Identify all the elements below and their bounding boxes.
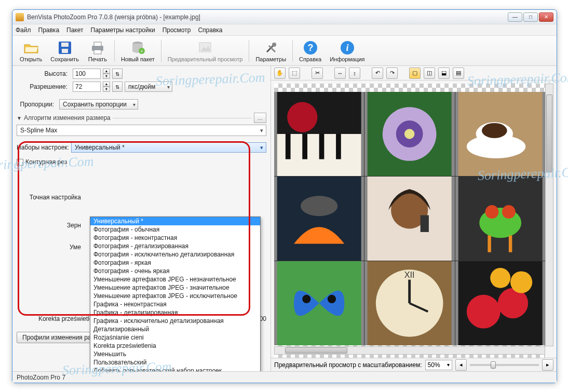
database-icon: + [129,39,146,56]
info-icon: i [339,39,356,56]
svg-point-54 [490,268,510,288]
svg-point-32 [301,196,337,216]
res-link-button[interactable]: ⇅ [112,82,123,92]
svg-point-30 [482,123,507,138]
scrollbar-horizontal[interactable] [274,346,545,355]
svg-point-11 [272,43,276,47]
height-down-button[interactable]: ▼ [103,74,110,79]
zoom-combo[interactable]: 50% [425,360,452,370]
rotate-ccw-button[interactable]: ↶ [372,67,383,79]
folder-open-icon [23,39,39,56]
pan-tool-button[interactable]: ✋ [274,67,286,79]
preset-option[interactable]: Пользовательский [90,358,260,367]
checkerboard-top [274,84,545,92]
preset-option[interactable]: Rozjaśnianie cieni [90,333,260,342]
algo-more-button[interactable]: … [254,113,266,123]
preview-toolbar: ✋ ⬚ ✂ ↔ ↕ ↶ ↷ ▢ ◫ ⬓ ▤ [271,66,557,80]
menu-edit[interactable]: Правка [38,26,60,34]
open-button[interactable]: Открыть [16,37,46,65]
height-up-button[interactable]: ▲ [103,69,110,74]
preset-option[interactable]: Фотография - яркая [90,259,260,267]
preset-option[interactable]: Уменьшение артефактов JPEG - незначитель… [90,275,260,283]
preset-option[interactable]: Графика - неконтрастная [90,300,260,308]
menu-view[interactable]: Просмотр [163,26,191,34]
svg-rect-2 [62,49,68,53]
right-panel: ✋ ⬚ ✂ ↔ ↕ ↶ ↷ ▢ ◫ ⬓ ▤ [271,66,557,371]
height-link-button[interactable]: ⇅ [112,69,123,79]
menubar: Файл Правка Пакет Параметры настройки Пр… [12,24,557,36]
preset-option[interactable]: Korekta prześwietlenia [90,342,260,350]
height-input[interactable]: 100 [73,69,101,79]
minimize-button[interactable]: — [508,12,522,22]
floppy-icon [57,39,73,56]
zoom-bar: Предварительный просмотр с масштабирован… [271,358,557,371]
flip-v-button[interactable]: ↕ [349,67,360,79]
crop-tool-button[interactable]: ✂ [312,67,323,79]
marquee-tool-button[interactable]: ⬚ [289,67,300,79]
layout-split-h-button[interactable]: ◫ [424,67,435,79]
close-button[interactable]: ✕ [539,12,553,22]
svg-rect-21 [336,134,341,159]
layout-split-v-button[interactable]: ⬓ [438,67,450,79]
preset-option[interactable]: Графика - детализированная [90,308,260,317]
svg-rect-31 [277,177,361,261]
reduce-label: Уме [17,244,84,251]
help-button[interactable]: ? Справка [295,37,326,65]
menu-batch[interactable]: Пакет [66,26,83,34]
svg-text:XII: XII [404,270,415,279]
preview-area[interactable]: XII [271,80,557,358]
res-down-button[interactable]: ▼ [103,87,110,92]
info-button[interactable]: i Информация [326,37,369,65]
maximize-button[interactable]: □ [523,12,538,22]
svg-point-43 [302,295,310,303]
res-unit-combo[interactable]: пкс/дюйм [125,82,172,92]
svg-rect-4 [94,42,101,46]
res-up-button[interactable]: ▲ [103,82,110,87]
preset-option[interactable]: Добавить пользовательский набор настроек… [90,367,260,371]
preset-option[interactable]: Уменьшить [90,350,260,358]
params-button[interactable]: Параметры [251,37,290,65]
layout-single-button[interactable]: ▢ [409,67,421,79]
printer-icon [89,39,106,56]
print-button[interactable]: Печать [83,37,112,65]
preset-option[interactable]: Фотография - детализированная [90,242,260,250]
zoom-slider[interactable] [470,364,539,366]
save-button[interactable]: Сохранить [46,37,83,65]
preset-option[interactable]: Детализированный [90,325,260,333]
layout-grid-button[interactable]: ▤ [453,67,464,79]
preset-option[interactable]: Фотография - очень яркая [90,267,260,275]
flip-h-button[interactable]: ↔ [334,67,346,79]
svg-rect-1 [61,43,69,47]
algo-combo[interactable]: S-Spline Max [17,125,266,136]
grain-label: Зерн [17,222,84,229]
algo-section-header[interactable]: ▼ Алгоритм изменения размера … [17,113,266,123]
contour-checkbox[interactable] [17,159,23,166]
prop-combo[interactable]: Сохранить пропорции [59,99,138,110]
chevron-down-icon: ▼ [17,115,22,121]
svg-point-38 [485,205,498,219]
res-input[interactable]: 72 [73,82,101,92]
height-label: Высота: [17,70,71,77]
menu-help[interactable]: Справка [198,26,222,34]
preset-option[interactable]: Уменьшение артефактов JPEG - значительно… [90,283,260,292]
preset-option[interactable]: Уменьшение артефактов JPEG - исключитель… [90,292,260,300]
preset-option[interactable]: Фотография - исключительно детализирован… [90,250,260,259]
window-title: BenVista PhotoZoom Pro 7.0.8 (wersja pró… [27,13,200,21]
menu-file[interactable]: Файл [16,26,31,34]
preset-option[interactable]: Фотография - обычная [90,225,260,234]
menu-settings[interactable]: Параметры настройки [91,26,155,34]
svg-rect-18 [286,134,291,159]
scrollbar-vertical[interactable] [545,84,553,346]
app-window: BenVista PhotoZoom Pro 7.0.8 (wersja pró… [12,9,557,383]
newbatch-button[interactable]: + Новый пакет [117,37,159,65]
preset-option[interactable]: Графика - исключительно детализированная [90,317,260,325]
presets-combo[interactable]: Универсальный * [71,142,266,153]
preset-option[interactable]: Универсальный * [90,217,260,225]
preview-button[interactable]: Предварительный просмотр [164,37,247,65]
zoom-prev-button[interactable]: ◂ [455,359,467,371]
presets-dropdown-list[interactable]: Универсальный *Фотография - обычнаяФотог… [90,217,261,371]
rotate-cw-button[interactable]: ↷ [386,67,398,79]
preset-option[interactable]: Фотография - неконтрастная [90,234,260,242]
svg-point-22 [287,102,317,132]
zoom-next-button[interactable]: ▸ [542,359,553,371]
